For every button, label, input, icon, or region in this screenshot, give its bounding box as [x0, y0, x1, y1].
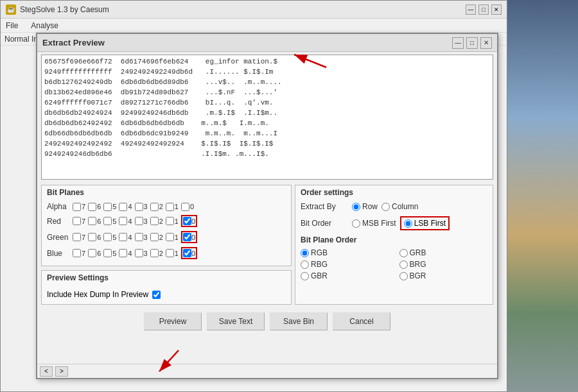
blue-cb-4[interactable] [119, 249, 127, 257]
alpha-cb-6[interactable] [88, 203, 96, 211]
red-cb-6[interactable] [88, 217, 96, 225]
dialog-maximize-btn[interactable]: □ [466, 37, 478, 49]
red-cb-2[interactable] [150, 217, 159, 225]
red-row: Red 7 6 5 4 3 2 1 0 [47, 215, 286, 227]
preview-line: db13b624ed896e46 db91b724d89db627 ...$.n… [44, 87, 490, 98]
green-cb-6[interactable] [88, 233, 96, 241]
bpo-rgb-radio[interactable] [301, 249, 309, 257]
dialog-close-btn[interactable]: ✕ [480, 37, 492, 49]
bpo-rgb-option[interactable]: RGB [301, 248, 389, 257]
bpo-rbg-radio[interactable] [301, 260, 309, 269]
bpo-bgr-radio[interactable] [399, 272, 408, 280]
red-cb-7[interactable] [73, 217, 81, 225]
bpo-grb-radio[interactable] [399, 249, 408, 257]
app-maximize-btn[interactable]: □ [478, 4, 489, 15]
red-cb-3[interactable] [135, 217, 143, 225]
green-cb-2[interactable] [150, 233, 159, 241]
green-cb-3[interactable] [135, 233, 143, 241]
bpo-brg-radio[interactable] [399, 260, 408, 269]
bpo-gbr-option[interactable]: GBR [301, 271, 389, 280]
bpo-bgr-option[interactable]: BGR [399, 271, 488, 280]
next-button[interactable]: > [55, 366, 68, 377]
msb-first-radio[interactable] [352, 219, 360, 228]
green-cb-0[interactable] [183, 233, 191, 241]
blue-cb-1[interactable] [166, 249, 174, 257]
save-bin-button[interactable]: Save Bin [270, 312, 328, 330]
green-bit-4: 4 [119, 233, 132, 241]
bit-order-label: Bit Order [301, 219, 347, 228]
lsb-first-radio[interactable] [404, 219, 412, 228]
green-cb-4[interactable] [119, 233, 127, 241]
alpha-cb-7[interactable] [73, 203, 81, 211]
app-close-btn[interactable]: ✕ [491, 4, 502, 15]
button-bar: Preview Save Text Save Bin Cancel [37, 307, 497, 333]
green-cb-5[interactable] [103, 233, 112, 241]
preview-line: 9249249246db6db6 .I.I$m. .m...I$. [44, 149, 490, 159]
app-title-left: ☕ StegSolve 1.3 by Caesum [6, 4, 109, 15]
blue-cb-6[interactable] [88, 249, 96, 257]
blue-cb-5[interactable] [103, 249, 112, 257]
red-cb-0[interactable] [183, 217, 191, 225]
alpha-bit-5: 5 [103, 203, 116, 211]
preview-settings-title: Preview Settings [47, 273, 286, 282]
preview-line: db6db6db24924924 92499249246db6db .m.$.I… [44, 108, 490, 118]
blue-bit-1: 1 [166, 249, 179, 257]
green-bit-6: 6 [88, 233, 101, 241]
red-bit-6: 6 [88, 217, 101, 225]
menu-file[interactable]: File [3, 21, 21, 30]
green-cb-1[interactable] [166, 233, 174, 241]
red-cb-1[interactable] [166, 217, 174, 225]
bpo-grb-option[interactable]: GRB [399, 248, 488, 257]
extract-by-column-option[interactable]: Column [381, 202, 418, 211]
alpha-cb-2[interactable] [150, 203, 159, 211]
extract-by-row-option[interactable]: Row [352, 202, 378, 211]
cancel-button[interactable]: Cancel [333, 312, 390, 330]
alpha-cb-3[interactable] [135, 203, 143, 211]
alpha-bit-4: 4 [119, 203, 132, 211]
dialog-title: Extract Preview [42, 38, 105, 47]
app-minimize-btn[interactable]: — [466, 4, 476, 15]
include-hex-checkbox[interactable] [152, 291, 161, 299]
alpha-cb-5[interactable] [103, 203, 112, 211]
menu-analyse[interactable]: Analyse [28, 21, 61, 30]
preview-button[interactable]: Preview [144, 312, 202, 330]
bpo-brg-option[interactable]: BRG [399, 260, 488, 269]
blue-cb-7[interactable] [73, 249, 81, 257]
include-hex-label: Include Hex Dump In Preview [47, 290, 148, 299]
alpha-cb-0[interactable] [181, 203, 189, 211]
blue-cb-0[interactable] [183, 249, 191, 257]
bit-planes-title: Bit Planes [47, 188, 286, 197]
blue-bit-6: 6 [88, 249, 101, 257]
green-cb-7[interactable] [73, 233, 81, 241]
preview-line: 6db66db6db6db6db 6db6db6dc91b9249 m.m..m… [44, 128, 490, 139]
preview-line: b6db1276249249db 6db6db6db6d89db6 ...v$.… [44, 77, 490, 87]
red-cb-4[interactable] [119, 217, 127, 225]
app-icon: ☕ [6, 4, 16, 15]
blue-label: Blue [47, 249, 71, 258]
bit-order-options: MSB First LSB First [352, 216, 450, 230]
preview-text-area[interactable]: 65675f696e666f72 6d6174696f6eb624 eg_inf… [41, 55, 493, 180]
alpha-cb-1[interactable] [166, 203, 174, 211]
dialog-titlebar: Extract Preview — □ ✕ [37, 34, 497, 52]
dialog-minimize-btn[interactable]: — [452, 37, 464, 49]
preview-line: 9249ffffffffffff 2492492492249db6d .I...… [44, 67, 490, 77]
green-bit-5: 5 [103, 233, 116, 241]
app-title: StegSolve 1.3 by Caesum [20, 5, 109, 14]
extract-by-row-radio[interactable] [352, 203, 360, 211]
bpo-gbr-radio[interactable] [301, 272, 309, 280]
green-bit-7: 7 [73, 233, 85, 241]
red-bit-4: 4 [119, 217, 132, 225]
bpo-rbg-option[interactable]: RBG [301, 260, 389, 269]
blue-cb-2[interactable] [150, 249, 159, 257]
alpha-row: Alpha 7 6 5 4 3 2 1 0 [47, 202, 286, 211]
alpha-label: Alpha [47, 202, 71, 211]
save-text-button[interactable]: Save Text [207, 312, 265, 330]
alpha-cb-4[interactable] [119, 203, 127, 211]
blue-cb-3[interactable] [135, 249, 143, 257]
alpha-bit-0: 0 [181, 203, 194, 211]
red-cb-5[interactable] [103, 217, 112, 225]
extract-by-column-radio[interactable] [381, 203, 390, 211]
msb-first-option[interactable]: MSB First [352, 219, 396, 228]
red-bit-5: 5 [103, 217, 116, 225]
prev-button[interactable]: < [40, 366, 53, 377]
